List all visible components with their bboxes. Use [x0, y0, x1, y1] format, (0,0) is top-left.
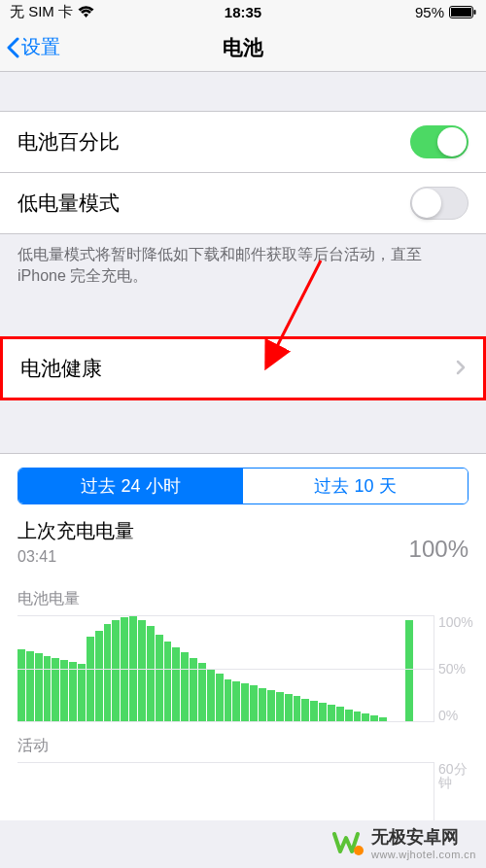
svg-point-4 [354, 846, 364, 855]
watermark: 无极安卓网 www.wjhotel.com.cn [332, 825, 476, 860]
low-power-mode-label: 低电量模式 [17, 190, 120, 217]
last-charge-title: 上次充电电量 [17, 518, 134, 544]
y-axis-0: 0% [438, 709, 458, 722]
watermark-logo-icon [332, 826, 365, 859]
battery-percentage-cell[interactable]: 电池百分比 [0, 111, 486, 173]
activity-chart: 活动 60分钟 [0, 722, 486, 820]
low-power-note: 低电量模式将暂时降低如下载和邮件获取等后台活动，直至 iPhone 完全充电。 [0, 234, 486, 297]
battery-percentage-label: 电池百分比 [17, 128, 120, 156]
battery-chart-y-axis: 100% 50% 0% [434, 615, 486, 722]
time-range-segmented: 过去 24 小时 过去 10 天 [17, 468, 469, 504]
segment-last-10d[interactable]: 过去 10 天 [243, 469, 468, 503]
y-axis-100: 100% [438, 615, 473, 629]
battery-level-chart: 电池电量 100% 50% 0% [0, 572, 486, 722]
watermark-title: 无极安卓网 [371, 825, 476, 849]
nav-bar: 设置 电池 [0, 23, 486, 72]
y-axis-50: 50% [438, 662, 466, 676]
watermark-subtitle: www.wjhotel.com.cn [371, 849, 476, 860]
low-power-mode-cell[interactable]: 低电量模式 [0, 173, 486, 234]
low-power-mode-switch[interactable] [410, 187, 469, 220]
last-charge-row: 上次充电电量 03:41 100% [0, 504, 486, 572]
battery-health-cell[interactable]: 电池健康 [0, 336, 486, 400]
activity-chart-title: 活动 [17, 736, 486, 756]
y-axis-60min: 60分钟 [438, 762, 480, 789]
battery-health-label: 电池健康 [20, 355, 102, 382]
chevron-right-icon [456, 357, 466, 380]
activity-chart-y-axis: 60分钟 [434, 762, 486, 820]
battery-level-chart-title: 电池电量 [17, 589, 486, 609]
last-charge-time: 03:41 [17, 548, 134, 566]
status-time: 18:35 [0, 4, 486, 20]
status-bar: 无 SIM 卡 18:35 95% [0, 0, 486, 23]
battery-percentage-switch[interactable] [410, 125, 469, 158]
segment-last-24h[interactable]: 过去 24 小时 [18, 469, 243, 503]
page-title: 电池 [0, 34, 486, 61]
last-charge-percent: 100% [409, 536, 469, 563]
